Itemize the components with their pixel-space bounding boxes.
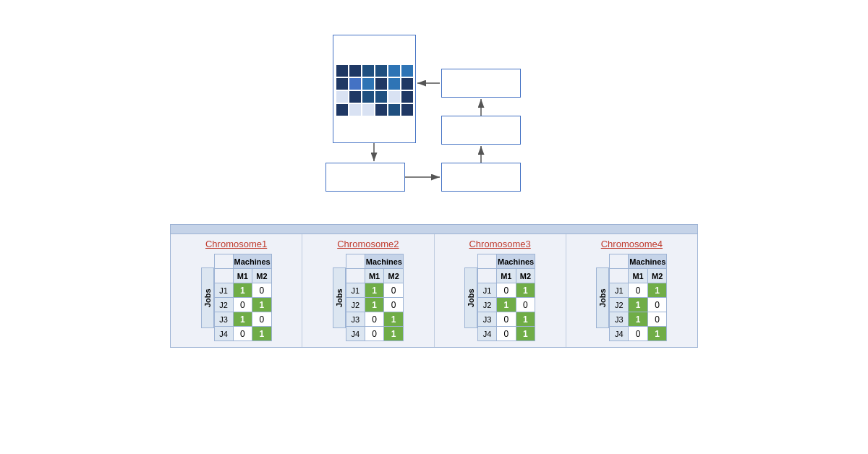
cell-value: 1 [647,327,667,341]
population-grid [336,65,413,116]
pop-grid-cell [362,65,374,77]
cell-value: 1 [497,298,516,312]
cell-value: 1 [252,298,272,312]
pop-grid-cell [375,65,387,77]
cell-value: 0 [516,298,535,312]
chromosome-table: MachinesM1M2J101J210J301J401 [477,254,535,341]
pop-grid-cell [349,91,361,103]
chromosome-title: Chromosome3 [469,239,530,249]
cell-value: 0 [365,327,384,341]
population-box [333,35,416,143]
cell-value: 0 [365,312,384,327]
pop-grid-cell [349,78,361,90]
cell-value: 1 [233,312,252,327]
pop-grid-cell [401,91,413,103]
pop-grid-cell [362,104,374,116]
jobs-label: Jobs [464,267,477,328]
evaluation-box [326,163,405,192]
pop-grid-cell [336,104,348,116]
cell-value: 0 [252,312,272,327]
flowchart [0,14,868,217]
inner-wrap: JobsMachinesM1M2J101J210J301J401 [464,254,535,341]
pop-grid-cell [388,78,400,90]
inner-wrap: JobsMachinesM1M2J110J201J310J401 [201,254,272,341]
chromosome-block: Chromosome4JobsMachinesM1M2J101J210J310J… [566,234,697,347]
cell-value: 0 [384,298,404,312]
pop-grid-cell [349,104,361,116]
chromosome-title: Chromosome2 [337,239,399,249]
cell-value: 0 [384,283,404,298]
cell-value: 0 [629,283,648,298]
cell-value: 1 [516,312,535,327]
cell-value: 0 [497,327,516,341]
pop-grid-cell [362,78,374,90]
cell-value: 1 [647,283,667,298]
pop-grid-cell [375,78,387,90]
chromosomes-row: Chromosome1JobsMachinesM1M2J110J201J310J… [171,234,697,347]
pop-grid-cell [375,104,387,116]
cell-value: 0 [497,312,516,327]
chromosome-title: Chromosome4 [601,239,663,249]
chromosome-block: Chromosome3JobsMachinesM1M2J101J210J301J… [435,234,566,347]
pop-grid-cell [401,104,413,116]
cell-value: 0 [647,298,667,312]
pop-grid-cell [349,65,361,77]
arrows-svg [0,14,868,217]
cell-value: 0 [233,298,252,312]
cell-value: 1 [384,312,404,327]
jobs-label: Jobs [596,267,609,328]
pop-grid-cell [362,91,374,103]
mutation-box [441,69,521,98]
selection-box [441,163,521,192]
pop-grid-cell [336,91,348,103]
crossover-box [441,116,521,145]
pop-grid-cell [401,78,413,90]
cell-value: 0 [647,312,667,327]
cell-value: 1 [365,298,384,312]
chromosome-block: Chromosome2JobsMachinesM1M2J110J210J301J… [302,234,434,347]
pop-grid-cell [401,65,413,77]
cell-value: 0 [233,327,252,341]
pop-grid-cell [388,104,400,116]
population-table-area: Chromosome1JobsMachinesM1M2J110J201J310J… [170,224,698,348]
jobs-label: Jobs [201,267,214,328]
pop-grid-cell [336,65,348,77]
cell-value: 1 [384,327,404,341]
cell-value: 1 [233,283,252,298]
cell-value: 1 [516,327,535,341]
population-table-title [171,225,697,234]
cell-value: 1 [365,283,384,298]
pop-grid-cell [388,65,400,77]
inner-wrap: JobsMachinesM1M2J101J210J310J401 [596,254,667,341]
chromosome-title: Chromosome1 [205,239,267,249]
chromosome-block: Chromosome1JobsMachinesM1M2J110J201J310J… [171,234,302,347]
pop-grid-cell [336,78,348,90]
cell-value: 0 [252,283,272,298]
pop-grid-cell [375,91,387,103]
cell-value: 1 [252,327,272,341]
cell-value: 1 [516,283,535,298]
cell-value: 0 [629,327,648,341]
jobs-label: Jobs [333,267,346,328]
chromosome-table: MachinesM1M2J110J201J310J401 [214,254,272,341]
population-table-container: Chromosome1JobsMachinesM1M2J110J201J310J… [170,224,698,348]
cell-value: 1 [629,298,648,312]
chromosome-table: MachinesM1M2J110J210J301J401 [346,254,404,341]
chromosome-table: MachinesM1M2J101J210J310J401 [609,254,667,341]
inner-wrap: JobsMachinesM1M2J110J210J301J401 [333,254,404,341]
cell-value: 0 [497,283,516,298]
cell-value: 1 [629,312,648,327]
pop-grid-cell [388,91,400,103]
